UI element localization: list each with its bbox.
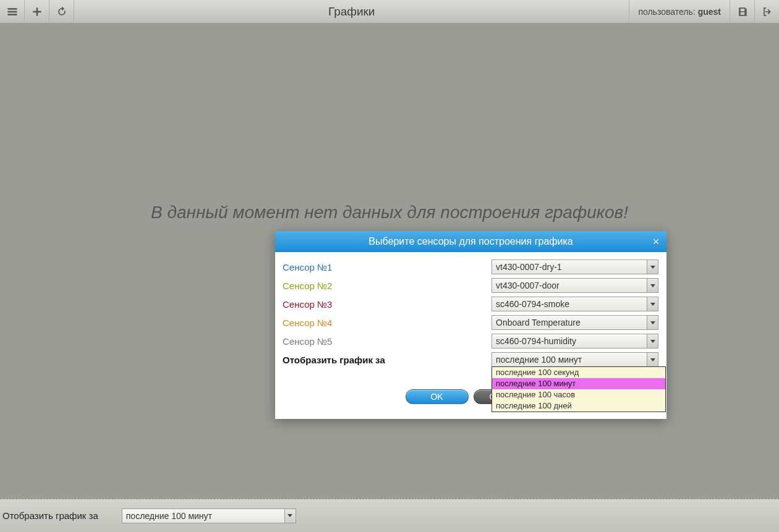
range-select[interactable]: последние 100 минут — [492, 352, 658, 367]
close-icon: × — [653, 235, 660, 248]
menu-button[interactable] — [0, 0, 25, 23]
save-button[interactable] — [730, 0, 754, 23]
sensor-1-label: Сенсор №1 — [283, 262, 492, 272]
sensor-2-select[interactable]: vt430-0007-door — [492, 278, 658, 293]
sensor-4-value: Onboard Temperature — [496, 318, 581, 327]
bottom-bar: Отобразить график за последние 100 минут — [0, 499, 779, 532]
sensor-4-label: Сенсор №4 — [283, 318, 492, 328]
sensor-2-label: Сенсор №2 — [283, 281, 492, 291]
dialog-body: Сенсор №1 vt430-0007-dry-1 Сенсор №2 vt4… — [275, 252, 666, 376]
range-label: Отобразить график за — [283, 355, 492, 365]
refresh-button[interactable] — [49, 0, 74, 23]
svg-rect-2 — [7, 14, 17, 15]
range-dropdown: последние 100 секунд последние 100 минут… — [492, 366, 666, 412]
user-label: пользователь: guest — [629, 0, 730, 23]
sensor-4-select[interactable]: Onboard Temperature — [492, 315, 658, 330]
sensor-2-value: vt430-0007-door — [496, 281, 560, 290]
sensor-dialog: Выберите сенсоры для построения графика … — [275, 231, 666, 419]
save-icon — [736, 6, 749, 18]
sensor-3-select[interactable]: sc460-0794-smoke — [492, 297, 658, 311]
sensor-5-label: Сенсор №5 — [283, 336, 492, 347]
range-option[interactable]: последние 100 дней — [492, 400, 665, 412]
page-title: Графики — [74, 0, 629, 23]
sensor-1-select[interactable]: vt430-0007-dry-1 — [492, 260, 658, 274]
dialog-header[interactable]: Выберите сенсоры для построения графика … — [275, 231, 666, 252]
bottom-range-label: Отобразить график за — [2, 510, 98, 521]
refresh-icon — [56, 6, 68, 18]
svg-rect-0 — [7, 8, 17, 10]
ok-button[interactable]: OK — [406, 389, 469, 404]
plus-icon — [31, 6, 43, 18]
chevron-down-icon — [647, 353, 658, 366]
add-button[interactable] — [25, 0, 49, 23]
chevron-down-icon — [284, 509, 296, 523]
sensor-5-value: sc460-0794-humidity — [496, 336, 576, 346]
chevron-down-icon — [647, 297, 658, 311]
bottom-range-select[interactable]: последние 100 минут — [122, 509, 296, 523]
sensor-3-label: Сенсор №3 — [283, 299, 492, 310]
chevron-down-icon — [647, 279, 658, 292]
range-option[interactable]: последние 100 секунд — [492, 367, 665, 378]
dialog-close-button[interactable]: × — [645, 231, 666, 252]
bottom-range-value: последние 100 минут — [126, 511, 212, 521]
menu-icon — [6, 6, 19, 18]
sensor-3-value: sc460-0794-smoke — [496, 299, 569, 309]
range-option[interactable]: последние 100 часов — [492, 389, 665, 400]
chevron-down-icon — [647, 334, 658, 348]
range-value: последние 100 минут — [496, 355, 582, 365]
svg-rect-4 — [33, 11, 41, 12]
user-prefix: пользователь: — [638, 7, 695, 17]
no-data-message: В данный момент нет данных для построени… — [151, 203, 628, 222]
dialog-title: Выберите сенсоры для построения графика — [368, 236, 573, 247]
chevron-down-icon — [647, 316, 658, 329]
sensor-1-value: vt430-0007-dry-1 — [496, 262, 562, 272]
logout-button[interactable] — [754, 0, 779, 23]
user-name: guest — [698, 7, 721, 17]
sensor-5-select[interactable]: sc460-0794-humidity — [492, 334, 658, 348]
range-option[interactable]: последние 100 минут — [492, 378, 665, 389]
logout-icon — [761, 6, 773, 18]
svg-rect-1 — [7, 11, 17, 12]
chevron-down-icon — [647, 260, 658, 274]
top-toolbar: Графики пользователь: guest — [0, 0, 779, 23]
